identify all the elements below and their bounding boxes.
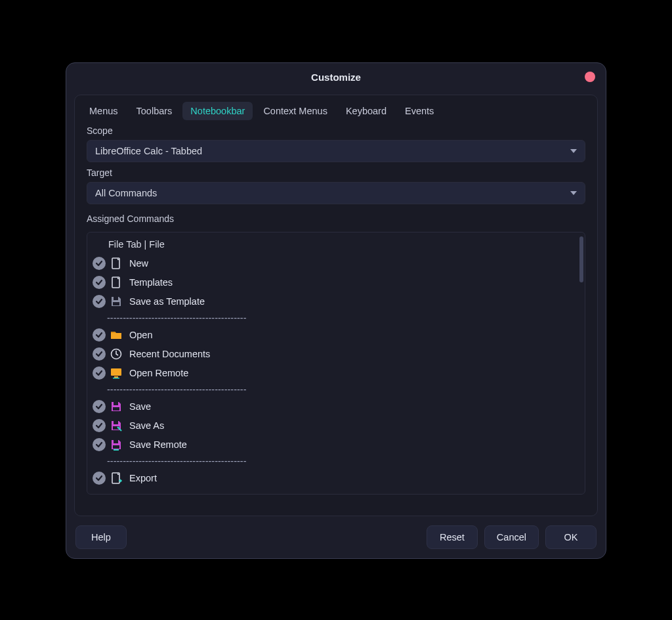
list-item-label: Save Remote xyxy=(129,439,187,450)
check-icon[interactable] xyxy=(93,257,106,270)
tab-events[interactable]: Events xyxy=(397,102,442,120)
list-item-label: Recent Documents xyxy=(129,349,210,359)
doc-export-icon xyxy=(110,472,123,485)
doc-icon xyxy=(110,276,123,289)
window-title: Customize xyxy=(311,72,361,83)
list-item[interactable]: Open xyxy=(87,325,581,344)
save-as-icon xyxy=(110,419,123,432)
tab-keyboard[interactable]: Keyboard xyxy=(338,102,394,120)
list-item[interactable]: Recent Documents xyxy=(87,344,581,363)
target-label: Target xyxy=(87,167,585,178)
list-item[interactable]: Save as Template xyxy=(87,292,581,311)
dialog-footer: Help Reset Cancel OK xyxy=(66,516,606,558)
reset-button[interactable]: Reset xyxy=(427,525,478,549)
cancel-button[interactable]: Cancel xyxy=(484,525,539,549)
tab-context-menus[interactable]: Context Menus xyxy=(255,102,335,120)
footer-right: Reset Cancel OK xyxy=(427,525,597,549)
assigned-commands-list: File Tab | FileNewTemplatesSave as Templ… xyxy=(87,232,585,495)
tab-strip: Menus Toolbars Notebookbar Context Menus… xyxy=(75,95,597,120)
list-item-label: Open Remote xyxy=(129,368,188,378)
scope-value: LibreOffice Calc - Tabbed xyxy=(95,146,202,156)
list-item[interactable]: Save Remote xyxy=(87,435,581,454)
scope-label: Scope xyxy=(87,125,585,136)
check-icon[interactable] xyxy=(93,472,106,485)
list-item[interactable]: Save As xyxy=(87,416,581,435)
assigned-commands-scroll[interactable]: File Tab | FileNewTemplatesSave as Templ… xyxy=(87,232,581,494)
chevron-down-icon xyxy=(570,149,577,153)
separator: ----------------------------------------… xyxy=(87,454,581,468)
save-icon xyxy=(110,400,123,413)
tab-toolbars[interactable]: Toolbars xyxy=(129,102,180,120)
target-value: All Commands xyxy=(95,188,157,198)
list-item-label: Save xyxy=(129,401,151,412)
check-icon[interactable] xyxy=(93,366,106,380)
assigned-header-section: Assigned Commands xyxy=(75,204,597,228)
scrollbar-thumb[interactable] xyxy=(579,236,583,282)
help-button[interactable]: Help xyxy=(75,525,127,549)
check-icon[interactable] xyxy=(93,438,106,451)
list-item-label: Templates xyxy=(129,277,173,288)
group-header: File Tab | File xyxy=(89,236,581,254)
scope-select[interactable]: LibreOffice Calc - Tabbed xyxy=(87,140,585,162)
save-grey-icon xyxy=(110,295,123,308)
separator: ----------------------------------------… xyxy=(87,311,581,325)
list-item-label: New xyxy=(129,258,148,269)
tab-notebookbar[interactable]: Notebookbar xyxy=(182,102,253,120)
list-item-label: Export xyxy=(129,473,157,483)
list-item[interactable]: Save xyxy=(87,397,581,416)
customize-dialog: Customize Menus Toolbars Notebookbar Con… xyxy=(66,62,606,559)
save-remote-icon xyxy=(110,438,123,451)
titlebar: Customize xyxy=(66,63,606,91)
doc-icon xyxy=(110,257,123,270)
folder-icon xyxy=(110,328,123,342)
target-section: Target All Commands xyxy=(75,162,597,204)
tab-menus[interactable]: Menus xyxy=(81,102,126,120)
check-icon[interactable] xyxy=(93,419,106,432)
scope-section: Scope LibreOffice Calc - Tabbed xyxy=(75,120,597,162)
check-icon[interactable] xyxy=(93,400,106,413)
close-icon[interactable] xyxy=(585,72,595,82)
list-item[interactable]: Open Remote xyxy=(87,363,581,382)
main-panel: Menus Toolbars Notebookbar Context Menus… xyxy=(74,95,598,516)
list-item[interactable]: Export xyxy=(87,468,581,487)
list-item[interactable]: New xyxy=(87,254,581,273)
separator: ----------------------------------------… xyxy=(87,382,581,397)
target-select[interactable]: All Commands xyxy=(87,182,585,204)
check-icon[interactable] xyxy=(93,328,106,342)
screen-icon xyxy=(110,366,123,380)
check-icon[interactable] xyxy=(93,347,106,361)
list-item-label: Open xyxy=(129,330,152,340)
chevron-down-icon xyxy=(570,191,577,195)
list-item-label: Save As xyxy=(129,420,164,431)
assigned-label: Assigned Commands xyxy=(87,213,585,224)
list-item[interactable]: Templates xyxy=(87,273,581,292)
check-icon[interactable] xyxy=(93,295,106,308)
check-icon[interactable] xyxy=(93,276,106,289)
clock-icon xyxy=(110,347,123,361)
list-item-label: Save as Template xyxy=(129,296,205,307)
ok-button[interactable]: OK xyxy=(545,525,597,549)
